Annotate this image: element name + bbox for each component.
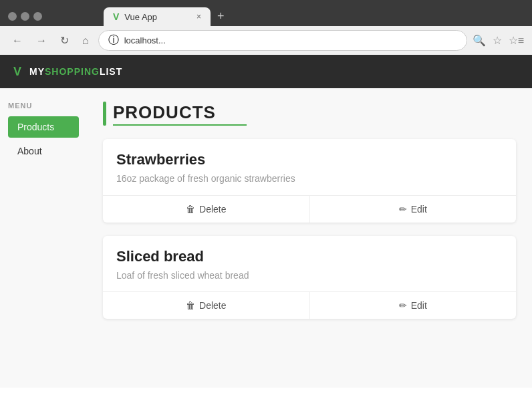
new-tab-button[interactable]: + bbox=[211, 7, 231, 26]
edit-icon: ✏ bbox=[399, 204, 407, 215]
title-accent bbox=[103, 102, 106, 126]
delete-label: Delete bbox=[199, 204, 226, 215]
delete-button[interactable]: 🗑 Delete bbox=[103, 196, 310, 223]
bookmarks-bar-icon[interactable]: ☆≡ bbox=[509, 34, 524, 47]
edit-label: Edit bbox=[411, 300, 427, 311]
tabs-bar: V Vue App × + bbox=[50, 7, 231, 26]
forward-button[interactable]: → bbox=[32, 33, 51, 48]
sidebar-item-products[interactable]: Products bbox=[8, 116, 79, 138]
home-button[interactable]: ⌂ bbox=[78, 33, 93, 48]
back-button[interactable]: ← bbox=[8, 33, 27, 48]
sidebar: MENU Products About bbox=[0, 88, 87, 388]
product-name: Strawberries bbox=[116, 151, 503, 168]
maximize-button[interactable] bbox=[33, 12, 42, 21]
trash-icon: 🗑 bbox=[186, 204, 195, 215]
product-name: Sliced bread bbox=[116, 248, 503, 265]
delete-label: Delete bbox=[199, 300, 226, 311]
product-actions: 🗑 Delete ✏ Edit bbox=[103, 195, 516, 223]
vue-logo: V bbox=[13, 65, 21, 79]
browser-chrome: V Vue App × + ← → ↻ ⌂ ⓘ localhost... 🔍 ☆… bbox=[0, 0, 532, 55]
product-description: 16oz package of fresh organic strawberri… bbox=[116, 172, 503, 186]
page-title: PRODUCTS bbox=[113, 102, 247, 123]
delete-button[interactable]: 🗑 Delete bbox=[103, 292, 310, 319]
edit-icon: ✏ bbox=[399, 300, 407, 311]
app-title: MYSHOPPINGLIST bbox=[29, 66, 122, 77]
info-icon: ⓘ bbox=[108, 33, 119, 47]
app-title-list: LIST bbox=[100, 66, 122, 77]
nav-icons: 🔍 ☆ ☆≡ bbox=[473, 34, 524, 47]
address-text: localhost... bbox=[124, 35, 166, 45]
sidebar-label: MENU bbox=[8, 102, 79, 110]
refresh-button[interactable]: ↻ bbox=[56, 33, 73, 48]
traffic-lights bbox=[8, 12, 42, 21]
title-bar: V Vue App × + bbox=[0, 0, 532, 26]
nav-bar: ← → ↻ ⌂ ⓘ localhost... 🔍 ☆ ☆≡ bbox=[0, 26, 532, 55]
trash-icon: 🗑 bbox=[186, 300, 195, 311]
app-header: V MYSHOPPINGLIST bbox=[0, 55, 532, 88]
sidebar-item-about[interactable]: About bbox=[8, 140, 79, 162]
tab-title: Vue App bbox=[124, 12, 191, 22]
edit-button[interactable]: ✏ Edit bbox=[310, 292, 517, 319]
minimize-button[interactable] bbox=[21, 12, 29, 21]
app-title-my: MY bbox=[29, 66, 45, 77]
edit-label: Edit bbox=[411, 204, 427, 215]
product-info: Sliced bread Loaf of fresh sliced wheat … bbox=[103, 236, 516, 292]
main-content: PRODUCTS Strawberries 16oz package of fr… bbox=[87, 88, 532, 388]
active-tab[interactable]: V Vue App × bbox=[104, 7, 211, 26]
app-title-shopping: SHOPPING bbox=[45, 66, 100, 77]
tab-favicon: V bbox=[113, 11, 119, 22]
address-bar[interactable]: ⓘ localhost... bbox=[98, 30, 467, 51]
product-card: Sliced bread Loaf of fresh sliced wheat … bbox=[103, 236, 516, 319]
bookmark-icon[interactable]: ☆ bbox=[493, 34, 502, 47]
app-body: MENU Products About PRODUCTS Strawberrie… bbox=[0, 88, 532, 388]
product-description: Loaf of fresh sliced wheat bread bbox=[116, 269, 503, 283]
page-title-wrapper: PRODUCTS bbox=[103, 102, 516, 126]
product-info: Strawberries 16oz package of fresh organ… bbox=[103, 139, 516, 195]
close-button[interactable] bbox=[8, 12, 17, 21]
title-underline bbox=[113, 124, 247, 126]
edit-button[interactable]: ✏ Edit bbox=[310, 196, 517, 223]
tab-close-button[interactable]: × bbox=[196, 12, 201, 21]
product-actions: 🗑 Delete ✏ Edit bbox=[103, 291, 516, 319]
product-card: Strawberries 16oz package of fresh organ… bbox=[103, 139, 516, 223]
search-icon[interactable]: 🔍 bbox=[473, 34, 486, 47]
